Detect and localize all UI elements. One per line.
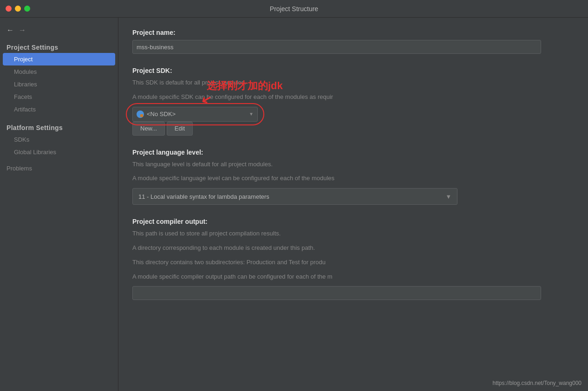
project-compiler-label: Project compiler output: [132, 218, 574, 225]
compiler-desc2: A directory corresponding to each module… [132, 243, 574, 253]
platform-settings-section: Platform Settings [0, 121, 118, 133]
window-title: Project Structure [270, 5, 318, 13]
edit-sdk-button[interactable]: Edit [167, 122, 193, 136]
sidebar-item-global-libraries[interactable]: Global Libraries [0, 146, 118, 158]
sidebar-item-label: Problems [7, 165, 32, 172]
sidebar: ← → Project Settings Project Modules Lib… [0, 18, 118, 391]
project-language-label: Project language level: [132, 149, 574, 156]
titlebar: Project Structure [0, 0, 588, 18]
project-compiler-section: Project compiler output: This path is us… [132, 218, 574, 300]
sidebar-item-sdks[interactable]: SDKs [0, 133, 118, 146]
language-level-value: 11 - Local variable syntax for lambda pa… [138, 193, 269, 200]
project-language-desc2: A module specific language level can be … [132, 174, 574, 183]
project-language-desc1: This language level is default for all p… [132, 160, 574, 169]
language-level-dropdown[interactable]: 11 - Local variable syntax for lambda pa… [132, 188, 457, 205]
project-name-input[interactable] [132, 40, 541, 54]
compiler-output-input[interactable] [132, 286, 541, 300]
sidebar-item-problems[interactable]: Problems [0, 162, 118, 175]
compiler-desc3: This directory contains two subdirectori… [132, 258, 574, 267]
sidebar-item-label: Project [14, 56, 33, 63]
sidebar-item-label: Libraries [14, 81, 37, 88]
compiler-desc4: A module specific compiler output path c… [132, 272, 574, 282]
sidebar-item-project[interactable]: Project [3, 53, 115, 65]
project-settings-section: Project Settings [0, 41, 118, 53]
sdk-row: 选择刚才加的jdk ➜ <No SDK> ▼ New... Edit [132, 107, 258, 136]
minimize-button[interactable] [15, 6, 21, 12]
sidebar-item-libraries[interactable]: Libraries [0, 78, 118, 91]
sidebar-item-label: Artifacts [14, 106, 36, 113]
watermark-url: https://blog.csdn.net/Tony_wang000 [493, 380, 581, 386]
project-sdk-section: Project SDK: This SDK is default for all… [132, 67, 574, 136]
chevron-down-icon: ▼ [445, 193, 451, 200]
sidebar-item-label: SDKs [14, 136, 29, 143]
sidebar-item-label: Facets [14, 93, 32, 100]
project-sdk-desc2: A module specific SDK can be configured … [132, 92, 574, 102]
chevron-down-icon: ▼ [249, 111, 254, 117]
project-sdk-desc1: This SDK is default for all project modu… [132, 78, 574, 88]
project-name-label: Project name: [132, 29, 574, 36]
sidebar-item-modules[interactable]: Modules [0, 65, 118, 78]
sidebar-item-facets[interactable]: Facets [0, 91, 118, 103]
compiler-desc1: This path is used to store all project c… [132, 229, 574, 239]
project-sdk-label: Project SDK: [132, 67, 574, 74]
new-sdk-button[interactable]: New... [132, 122, 165, 136]
maximize-button[interactable] [24, 6, 30, 12]
sdk-globe-icon [137, 111, 144, 118]
back-arrow[interactable]: ← [7, 26, 14, 34]
sidebar-item-artifacts[interactable]: Artifacts [0, 103, 118, 116]
forward-arrow[interactable]: → [19, 26, 26, 34]
traffic-lights [6, 6, 30, 12]
content-area: Project name: Project SDK: This SDK is d… [118, 18, 588, 391]
main-container: ← → Project Settings Project Modules Lib… [0, 18, 588, 391]
sdk-dropdown-value: <No SDK> [147, 111, 176, 117]
sidebar-item-label: Global Libraries [14, 149, 56, 156]
project-language-section: Project language level: This language le… [132, 149, 574, 205]
sdk-dropdown[interactable]: <No SDK> ▼ [132, 107, 258, 122]
sidebar-item-label: Modules [14, 68, 37, 75]
project-name-section: Project name: [132, 29, 574, 54]
close-button[interactable] [6, 6, 12, 12]
nav-arrows: ← → [0, 22, 118, 41]
